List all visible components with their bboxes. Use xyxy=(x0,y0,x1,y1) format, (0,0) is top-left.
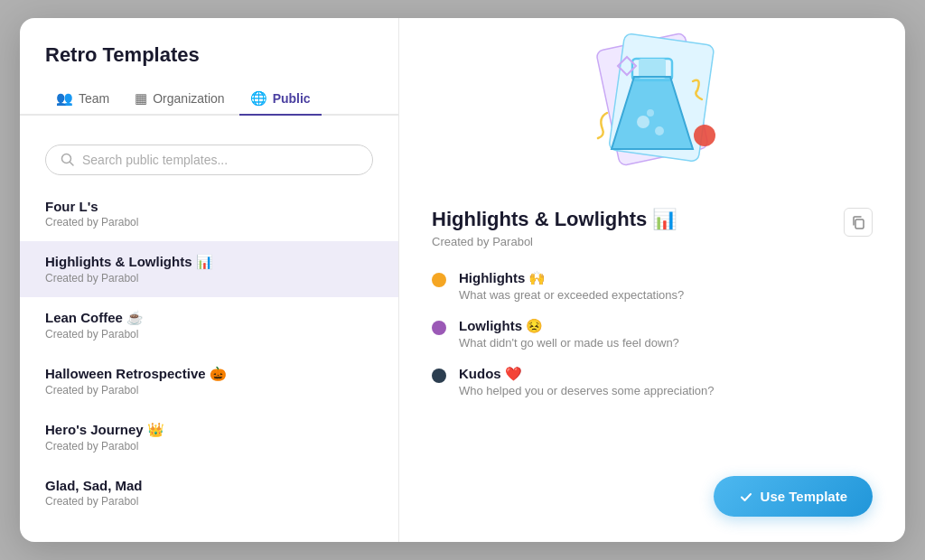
list-item[interactable]: Four L's Created by Parabol xyxy=(20,186,398,241)
column-name: Lowlights 😣 xyxy=(459,318,679,334)
search-input[interactable] xyxy=(82,153,358,167)
template-name: Lean Coffee ☕ xyxy=(45,310,373,326)
svg-line-1 xyxy=(70,163,74,166)
use-template-button[interactable]: Use Template xyxy=(714,476,873,517)
column-info: Highlights 🙌 What was great or exceeded … xyxy=(459,270,684,302)
column-desc: Who helped you or deserves some apprecia… xyxy=(459,384,715,397)
illustration xyxy=(432,18,873,199)
list-item[interactable]: Lean Coffee ☕ Created by Parabol xyxy=(20,297,398,353)
template-detail-title: Highlights & Lowlights 📊 xyxy=(432,208,873,231)
template-name: Hero's Journey 👑 xyxy=(45,422,373,438)
organization-icon: ▦ xyxy=(135,90,147,107)
template-sub: Created by Parabol xyxy=(45,384,373,397)
left-panel: Retro Templates 👥 Team ▦ Organization 🌐 … xyxy=(20,18,399,542)
list-item[interactable]: Highlights & Lowlights 📊 Created by Para… xyxy=(20,241,398,297)
public-icon: 🌐 xyxy=(250,90,267,107)
template-sub: Created by Parabol xyxy=(45,216,373,229)
tab-team[interactable]: 👥 Team xyxy=(45,83,120,116)
template-name: Halloween Retrospective 🎃 xyxy=(45,366,373,382)
template-sub: Created by Parabol xyxy=(45,272,373,285)
copy-button[interactable] xyxy=(844,208,873,237)
column-row: Lowlights 😣 What didn't go well or made … xyxy=(432,318,873,350)
column-dot xyxy=(432,369,446,383)
column-name: Highlights 🙌 xyxy=(459,270,684,286)
template-list: Four L's Created by Parabol Highlights &… xyxy=(20,182,398,542)
column-dot xyxy=(432,273,446,287)
svg-point-9 xyxy=(647,109,654,117)
tab-team-label: Team xyxy=(79,91,109,106)
column-info: Lowlights 😣 What didn't go well or made … xyxy=(459,318,679,350)
left-header: Retro Templates 👥 Team ▦ Organization 🌐 … xyxy=(20,18,398,130)
column-dot xyxy=(432,321,446,335)
svg-rect-6 xyxy=(639,59,666,79)
tab-organization-label: Organization xyxy=(153,91,224,106)
template-sub: Created by Parabol xyxy=(45,495,373,508)
column-row: Kudos ❤️ Who helped you or deserves some… xyxy=(432,366,873,397)
template-name: Four L's xyxy=(45,199,373,214)
list-item[interactable]: Glad, Sad, Mad Created by Parabol xyxy=(20,465,398,520)
checkmark-icon xyxy=(739,490,753,504)
svg-point-11 xyxy=(694,125,715,146)
search-icon xyxy=(61,153,75,167)
list-item[interactable]: Hero's Journey 👑 Created by Parabol xyxy=(20,409,398,465)
modal-title: Retro Templates xyxy=(45,43,373,67)
template-sub: Created by Parabol xyxy=(45,440,373,453)
template-name: Glad, Sad, Mad xyxy=(45,478,373,493)
right-panel: Highlights & Lowlights 📊 Created by Para… xyxy=(399,18,905,542)
column-name: Kudos ❤️ xyxy=(459,366,715,382)
svg-point-7 xyxy=(637,116,649,128)
column-desc: What didn't go well or made us feel down… xyxy=(459,336,679,350)
svg-rect-13 xyxy=(855,219,864,229)
template-name: Highlights & Lowlights 📊 xyxy=(45,254,373,270)
template-detail-sub: Created by Parabol xyxy=(432,235,873,248)
copy-icon xyxy=(851,215,865,229)
team-icon: 👥 xyxy=(56,90,73,107)
search-box xyxy=(45,145,373,175)
template-sub: Created by Parabol xyxy=(45,328,373,341)
list-item[interactable]: Halloween Retrospective 🎃 Created by Par… xyxy=(20,353,398,409)
column-desc: What was great or exceeded expectations? xyxy=(459,288,684,302)
use-template-label: Use Template xyxy=(761,489,847,504)
tab-public-label: Public xyxy=(273,91,311,106)
tab-public[interactable]: 🌐 Public xyxy=(239,83,322,116)
tabs: 👥 Team ▦ Organization 🌐 Public xyxy=(20,83,398,116)
modal: Retro Templates 👥 Team ▦ Organization 🌐 … xyxy=(20,18,905,542)
column-row: Highlights 🙌 What was great or exceeded … xyxy=(432,270,873,302)
tab-organization[interactable]: ▦ Organization xyxy=(124,83,235,116)
svg-point-8 xyxy=(655,126,664,135)
column-info: Kudos ❤️ Who helped you or deserves some… xyxy=(459,366,715,397)
template-illustration xyxy=(553,32,752,185)
search-area xyxy=(20,130,398,182)
